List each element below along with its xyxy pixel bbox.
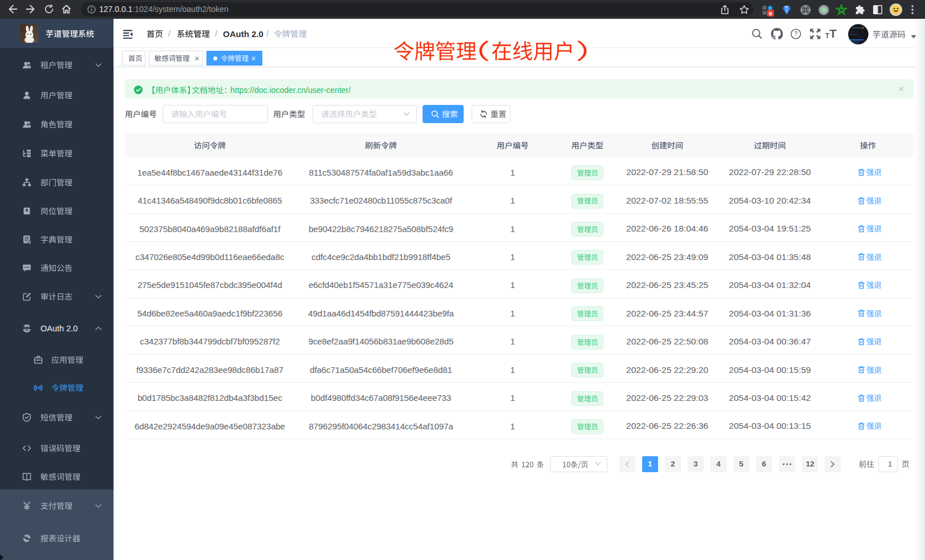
svg-text:?: ? xyxy=(794,30,798,37)
svg-text:9: 9 xyxy=(769,10,772,17)
